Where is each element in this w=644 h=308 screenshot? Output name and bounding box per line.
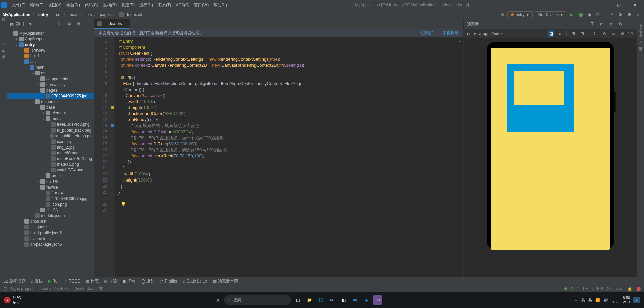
btool-run[interactable]: ▶ Run [48,279,60,284]
tree-row[interactable]: ⌄MyApplication [7,30,94,36]
debug-button[interactable]: ⬤ [577,11,584,18]
status-icon[interactable]: ▢ [3,286,7,291]
left-tool-bookmarks[interactable]: Bookmarks [2,34,6,52]
status-encoding[interactable]: UTF-8 [592,286,603,291]
weather-icon[interactable]: ☁ [4,297,11,303]
status-caret-pos[interactable]: 27:1 [571,286,579,291]
tree-row[interactable]: ⌄src [7,59,94,64]
crumb-pages[interactable]: pages [100,12,111,17]
tree-row[interactable]: .gitignore [7,224,94,230]
btool-find[interactable]: ⌕ 查找 [31,278,43,284]
tray-volume-icon[interactable]: 🔊 [603,298,608,302]
status-readonly-icon[interactable]: 🔒 [627,286,632,291]
menu-edit[interactable]: 编辑(E) [28,2,45,9]
taskbar-search[interactable]: ⌕ 搜索 [224,295,291,305]
tree-row[interactable]: ›.preview [7,47,94,53]
preview-fullscreen-icon[interactable]: ⛶ [593,30,599,37]
preview-zoomin-icon[interactable]: ⊕ [619,30,626,37]
crumb-project[interactable]: MyApplication [3,12,30,17]
tree-row[interactable]: mateBookProX.png [7,156,94,161]
close-button[interactable]: ✕ [627,0,643,10]
hide-panel-icon[interactable]: ─ [84,21,91,28]
btool-previewlog[interactable]: ▤ 预览器日志 [213,278,238,284]
tray-ime2[interactable]: 美 [588,298,592,303]
tree-row[interactable]: ⌄base [7,104,94,110]
editor[interactable]: 1234567891011121314151617181920212223242… [94,37,463,277]
tree-row[interactable]: ›ohosTest [7,218,94,224]
settings-button[interactable]: ⚙ [626,11,633,18]
menu-navigate[interactable]: 导航(N) [64,2,82,9]
crumb-src[interactable]: src [56,12,61,17]
btool-problems[interactable]: ⊘ 问题 [104,278,117,284]
tree-row[interactable]: freeBudsPro3.png [7,121,94,127]
tree-row[interactable]: ic_public_refresh.png [7,133,94,139]
btool-vcs[interactable]: ⎇ 版本控制 [3,278,26,284]
btool-profiler[interactable]: ◔ Profiler [160,279,177,284]
tree-row[interactable]: ›AppScope [7,36,94,42]
status-error-icon[interactable]: ⬤ [636,286,641,291]
preview-layers-icon[interactable]: ◈ [556,30,563,37]
menu-tools[interactable]: 工具(T) [156,2,173,9]
preview-hide-icon[interactable]: ─ [627,21,633,28]
datagrip-button[interactable]: DG [373,295,382,305]
sync-button[interactable]: ⟳ [617,11,624,18]
tree-row[interactable]: watchGT4.png [7,167,94,173]
coverage-button[interactable]: ◆ [586,11,593,18]
tree-row[interactable]: ›profile [7,173,94,178]
menu-window[interactable]: 窗口(W) [192,2,211,9]
right-tool-notifications[interactable]: Notifications [639,24,643,44]
crumb-module[interactable]: entry [38,12,48,17]
tree-row[interactable]: build-profile.json5 [7,230,94,236]
status-indent[interactable]: 2 spaces [607,286,623,291]
tree-row[interactable]: ›zh_CN [7,207,94,213]
menu-help[interactable]: 帮助(H) [211,2,229,9]
select-opened-file-icon[interactable]: ⊙ [47,21,53,28]
preview-inspect-icon[interactable]: ◪ [548,30,554,37]
status-line-sep[interactable]: LF [583,286,588,291]
btool-services[interactable]: ◯ 服务 [141,278,154,284]
tree-row[interactable]: 1702344909275.jpg [7,93,94,99]
crumb-ets[interactable]: ets [86,12,92,17]
attach-button[interactable]: ⎘ [608,11,615,18]
tree-row[interactable]: module.json5 [7,213,94,218]
run-config-selector[interactable]: entry▾ [507,11,533,18]
tree-row[interactable]: ⌄pages [7,87,94,93]
vscode-button[interactable]: ⋈ [350,295,360,305]
tree-row[interactable]: ⌄rawfile [7,184,94,190]
menu-run[interactable]: 运行(U) [137,2,155,9]
menu-refactor[interactable]: 重构(R) [101,2,119,9]
profile-button[interactable]: ⏱ [595,11,601,18]
tree-row[interactable]: 1702344909275.jpg [7,196,94,201]
preview-text-icon[interactable]: T [589,21,596,28]
tree-row[interactable]: ›entryability [7,82,94,87]
tree-row[interactable]: hvigorfile.ts [7,236,94,241]
target-icon[interactable]: ◎ [499,11,505,18]
btool-todo[interactable]: ≡ TODO [65,279,80,284]
btool-log[interactable]: ▤ 日志 [86,278,99,284]
panel-settings-icon[interactable]: ⚙ [75,21,82,28]
weather-widget[interactable]: 14°C 多云 [13,295,21,305]
btool-terminal[interactable]: ▣ 终端 [122,278,135,284]
minimize-button[interactable]: ─ [595,0,610,10]
tray-wifi-icon[interactable]: 📶 [595,298,600,302]
tree-row[interactable]: ›build [7,53,94,59]
tree-row[interactable]: 1.mp4 [7,190,94,196]
collapse-all-icon[interactable]: ⇲ [65,21,72,28]
project-tree[interactable]: ⌄MyApplication›AppScope⌄entry›.preview›b… [7,29,94,277]
tray-chevron-icon[interactable]: ︿ [574,298,578,303]
editor-scrollbar[interactable]: ✓ [459,37,463,277]
tree-row[interactable]: ⌄ets [7,70,94,76]
menu-view[interactable]: 视图(V) [46,2,63,9]
maximize-button[interactable]: ▢ [611,0,627,10]
device-selector[interactable]: No Devices▾ [535,11,566,18]
btool-codelinter[interactable]: ⌕ Code Linter [183,279,208,284]
tree-row[interactable]: ›components [7,76,94,82]
tab-close-icon[interactable]: × [124,21,126,26]
edge-button[interactable]: 🌐 [316,295,325,305]
explorer-button[interactable]: 📁 [305,295,314,305]
menu-file[interactable]: 文件(F) [10,2,27,9]
banner-dont-show-link[interactable]: 不再提示 [443,30,459,36]
code-area[interactable]: @Entry@Componentstruct ClearRect { priva… [115,37,459,277]
tree-row[interactable]: ⌄main [7,64,94,70]
menu-vcs[interactable]: VCS(S) [174,2,191,8]
